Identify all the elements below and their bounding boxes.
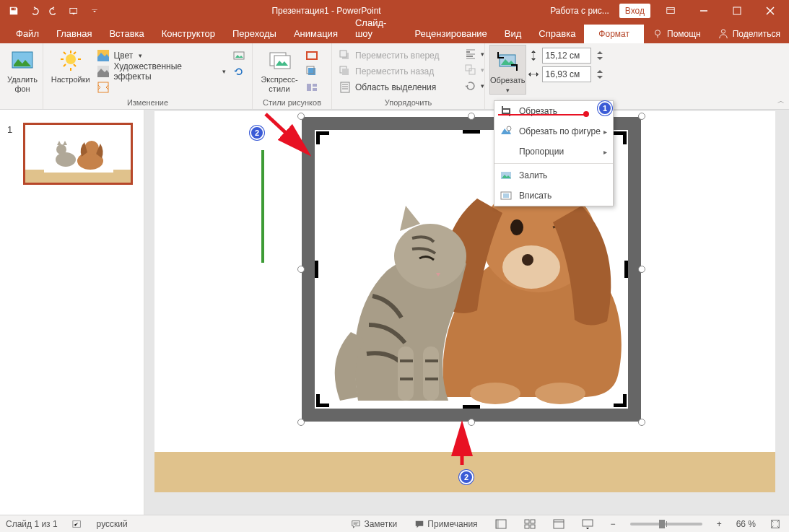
- tab-home[interactable]: Главная: [48, 24, 100, 43]
- change-picture-button[interactable]: [230, 48, 248, 64]
- start-from-beginning-icon[interactable]: [65, 1, 84, 20]
- slide-sorter-icon[interactable]: [521, 519, 539, 529]
- tab-view[interactable]: Вид: [496, 24, 531, 43]
- svg-rect-54: [554, 520, 564, 528]
- spinner-up-down-icon[interactable]: [594, 69, 606, 80]
- change-picture-icon: [233, 50, 245, 61]
- callout-badge-2b: 2: [459, 470, 474, 484]
- zoom-in-button[interactable]: +: [714, 519, 725, 529]
- dropdown-crop[interactable]: Обрезать: [494, 101, 613, 121]
- tell-me[interactable]: Помощн: [644, 25, 710, 43]
- minimize-icon[interactable]: [688, 0, 720, 22]
- rotate-button[interactable]: ▾: [462, 78, 487, 94]
- tab-slideshow[interactable]: Слайд-шоу: [346, 13, 406, 43]
- share-label: Поделиться: [733, 29, 780, 39]
- selection-pane-icon: [339, 82, 351, 93]
- svg-rect-0: [70, 9, 77, 14]
- dropdown-crop-to-shape[interactable]: Обрезать по фигуре: [494, 121, 613, 141]
- tab-file[interactable]: Файл: [7, 24, 48, 43]
- language-label[interactable]: русский: [97, 519, 128, 529]
- selection-pane-button[interactable]: Область выделения: [336, 79, 480, 95]
- collapse-ribbon-icon[interactable]: ︿: [777, 96, 785, 106]
- svg-rect-52: [525, 525, 529, 528]
- zoom-out-button[interactable]: −: [608, 519, 619, 529]
- bring-forward-button[interactable]: Переместить вперед: [336, 48, 480, 64]
- qat-more-icon[interactable]: [85, 1, 104, 20]
- close-icon[interactable]: [754, 0, 786, 22]
- effects-icon: [97, 66, 109, 77]
- send-backward-icon: [339, 66, 351, 77]
- picture-layout-button[interactable]: [303, 79, 321, 95]
- quick-styles-button[interactable]: Экспресс- стили: [257, 45, 302, 97]
- tab-format[interactable]: Формат: [584, 25, 644, 43]
- dropdown-aspect-ratio[interactable]: Пропорции: [494, 141, 613, 162]
- tab-help[interactable]: Справка: [530, 24, 584, 43]
- group-remove-bg: Удалить фон: [0, 43, 43, 109]
- normal-view-icon[interactable]: [492, 519, 510, 529]
- dropdown-fill[interactable]: Залить: [494, 165, 613, 186]
- svg-rect-26: [466, 65, 471, 71]
- sign-in-button[interactable]: Вход: [619, 4, 650, 18]
- tell-me-label: Помощн: [667, 29, 701, 39]
- tab-transitions[interactable]: Переходы: [224, 24, 285, 43]
- redo-icon[interactable]: [45, 1, 64, 20]
- group-icon: [465, 64, 476, 76]
- width-input[interactable]: 16,93 см: [542, 66, 591, 82]
- ribbon: Удалить фон Настройки Цвет ▾ Художествен…: [0, 43, 789, 110]
- artistic-effects-button[interactable]: Художественные эффекты ▾: [95, 64, 229, 79]
- svg-rect-16: [307, 84, 311, 91]
- spellcheck-icon[interactable]: [69, 519, 85, 529]
- reset-picture-icon: [233, 66, 245, 77]
- group-adjust-label: Изменение: [48, 98, 248, 109]
- tab-insert[interactable]: Вставка: [100, 24, 152, 43]
- send-backward-button[interactable]: Переместить назад: [336, 64, 480, 79]
- svg-rect-49: [496, 520, 499, 528]
- svg-point-36: [522, 254, 533, 266]
- reading-view-icon[interactable]: [550, 519, 567, 529]
- align-button[interactable]: ▾: [462, 46, 487, 62]
- slide-thumbnail[interactable]: [23, 123, 133, 185]
- notes-button[interactable]: Заметки: [348, 519, 400, 529]
- svg-rect-55: [583, 520, 593, 526]
- zoom-level[interactable]: 66 %: [736, 519, 756, 529]
- slideshow-view-icon[interactable]: [579, 519, 596, 529]
- dropdown-fit[interactable]: Вписать: [494, 186, 613, 206]
- svg-rect-1: [667, 8, 675, 14]
- picture-border-button[interactable]: [303, 48, 321, 64]
- picture-effects-button[interactable]: [303, 64, 321, 79]
- comments-button[interactable]: Примечания: [411, 519, 480, 529]
- crop-label: Обрезать: [490, 76, 526, 84]
- rotate-icon: [465, 80, 476, 92]
- spinner-up-down-icon[interactable]: [594, 50, 606, 61]
- svg-rect-20: [340, 51, 346, 57]
- undo-icon[interactable]: [25, 1, 43, 20]
- tab-review[interactable]: Рецензирование: [406, 24, 495, 43]
- svg-rect-25: [466, 56, 473, 57]
- reset-picture-button[interactable]: [230, 64, 248, 79]
- thumbnail-number: 1: [7, 124, 12, 135]
- crop-button[interactable]: Обрезать▾: [489, 45, 526, 95]
- corrections-button[interactable]: Настройки: [48, 45, 93, 97]
- maximize-icon[interactable]: [721, 0, 753, 22]
- ribbon-options-icon[interactable]: [655, 0, 686, 22]
- group-arrange-label: Упорядочить: [336, 98, 480, 109]
- zoom-slider[interactable]: [630, 523, 702, 526]
- quick-access-toolbar: [0, 1, 108, 20]
- compress-pictures-button[interactable]: [95, 79, 229, 95]
- color-label: Цвет: [113, 51, 133, 61]
- tab-design[interactable]: Конструктор: [153, 24, 224, 43]
- slide-canvas-area[interactable]: [144, 110, 789, 515]
- save-icon[interactable]: [4, 1, 23, 20]
- remove-background-button[interactable]: Удалить фон: [4, 45, 40, 93]
- svg-rect-42: [423, 346, 439, 401]
- svg-rect-46: [503, 193, 509, 198]
- group-button[interactable]: ▾: [462, 62, 487, 78]
- thumbnail-pane[interactable]: 1: [0, 110, 144, 515]
- share-button[interactable]: Поделиться: [710, 25, 789, 43]
- tab-animations[interactable]: Анимация: [285, 24, 346, 43]
- slide-counter[interactable]: Слайд 1 из 1: [6, 519, 58, 529]
- height-input[interactable]: 15,12 см: [542, 48, 591, 64]
- fit-to-window-icon[interactable]: [767, 519, 783, 529]
- contextual-tab-label[interactable]: Работа с рис...: [544, 1, 615, 20]
- dropdown-aspect-label: Пропорции: [519, 147, 564, 157]
